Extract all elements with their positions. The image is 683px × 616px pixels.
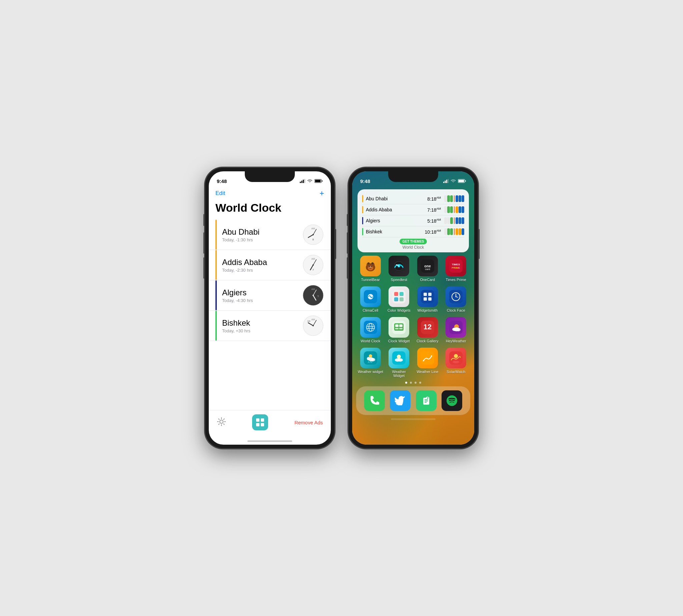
app-label-weatherline: Weather Line (417, 370, 438, 374)
widget-city-algiers: Algiers (366, 218, 427, 223)
phone2-frame: 9:48 (348, 167, 478, 449)
svg-rect-71 (428, 293, 431, 296)
status-icons (300, 179, 323, 183)
app-label-timesprime: Times Prime (446, 278, 466, 282)
svg-text:AM: AM (312, 288, 315, 290)
status-time: 9:48 (217, 178, 227, 184)
app-label-speedtest: Speedtest (390, 278, 407, 282)
widget-city-abu-dhabi: Abu Dhabi (366, 196, 427, 201)
svg-text:AM: AM (312, 227, 315, 230)
svg-text:TIMES: TIMES (452, 263, 460, 266)
svg-text:PRIME: PRIME (452, 266, 461, 269)
app-header: Edit + (209, 188, 331, 200)
clock-bishkek: AM 10 (302, 315, 324, 337)
app-icon-tunnelbear (360, 256, 381, 276)
app-label-weatherwidget1: Weather widget (358, 370, 383, 374)
widget-time-bishkek: 10:18AM (425, 229, 441, 235)
status-time-2: 9:48 (360, 178, 370, 184)
svg-text:8: 8 (313, 238, 314, 241)
world-clock-widget[interactable]: Abu Dhabi 8:18AM (358, 189, 469, 252)
svg-rect-36 (443, 182, 444, 183)
clock-abu-dhabi: AM 8 (302, 224, 324, 246)
edit-button[interactable]: Edit (215, 190, 225, 197)
app-heyweather[interactable]: HeyWeather (443, 317, 469, 343)
widget-time-algiers: 5:18AM (427, 218, 441, 224)
dock-icon-spotify (442, 390, 462, 411)
app-grid: TunnelBear Sp (352, 254, 474, 379)
signal-icon (300, 179, 305, 183)
status-icons-2 (443, 179, 466, 183)
app-speedtest[interactable]: Speedtest (386, 256, 412, 282)
svg-point-108 (398, 358, 403, 362)
app-climacell[interactable]: ClimaCell (358, 286, 384, 312)
app-timesprime[interactable]: TIMES PRIME Times Prime (443, 256, 469, 282)
app-solarwatch[interactable]: SolarWatch (443, 348, 469, 378)
svg-rect-0 (300, 182, 301, 183)
svg-rect-1 (301, 181, 302, 183)
svg-rect-65 (394, 292, 398, 296)
app-label-solarwatch: SolarWatch (447, 370, 465, 374)
app-clockwidget[interactable]: Clock Widget (386, 317, 412, 343)
svg-point-78 (455, 296, 456, 297)
add-button[interactable]: + (319, 189, 324, 197)
home-indicator (248, 440, 292, 442)
app-icon-weatherwidget1 (360, 348, 381, 368)
get-themes-button[interactable]: GET THEMES (400, 239, 427, 244)
app-label-clockwidget: Clock Widget (388, 339, 410, 343)
dock-twitter[interactable] (390, 390, 410, 411)
phone1-screen: 9:48 (209, 171, 331, 445)
widget-row-abu-dhabi: Abu Dhabi 8:18AM (362, 193, 464, 204)
svg-text:AM: AM (312, 318, 315, 321)
svg-text:5: 5 (318, 295, 319, 298)
svg-rect-3 (304, 179, 305, 183)
indicator-addis-ababa (362, 206, 363, 213)
app-label-colorwidgets: Color Widgets (387, 308, 410, 312)
bottom-bar: Remove Ads (209, 410, 331, 440)
clock-item-addis-ababa[interactable]: Addis Ababa Today, -2:30 hrs AM 7 (209, 250, 331, 280)
svg-rect-42 (458, 180, 464, 182)
settings-button[interactable] (217, 417, 226, 428)
svg-point-31 (220, 420, 223, 423)
app-weatherline[interactable]: Weather Line (414, 348, 441, 378)
svg-point-106 (397, 355, 401, 359)
app-tunnelbear[interactable]: TunnelBear (358, 256, 384, 282)
svg-rect-33 (261, 418, 264, 422)
indicator-abu-dhabi (362, 195, 363, 202)
clock-item-bishkek[interactable]: Bishkek Today, +30 hrs AM 10 (209, 311, 331, 341)
city-name-abu-dhabi: Abu Dhabi (222, 227, 259, 237)
app-onecard[interactable]: one card OneCard (414, 256, 441, 282)
svg-point-30 (313, 325, 314, 326)
svg-point-24 (313, 295, 314, 296)
app-widgetsmith[interactable]: Widgetsmith (414, 286, 441, 312)
widget-time-addis-ababa: 7:18AM (427, 207, 441, 213)
svg-rect-73 (428, 297, 431, 301)
clock-item-algiers[interactable]: Algiers Today, -4:30 hrs AM 5 (209, 280, 331, 311)
svg-point-101 (371, 358, 375, 361)
time-diff-algiers: Today, -4:30 hrs (222, 298, 253, 303)
clock-item-abu-dhabi[interactable]: Abu Dhabi Today, -1:30 hrs AM 8 (209, 220, 331, 250)
app-title: World Clock (209, 200, 331, 220)
dock-evernote[interactable] (416, 390, 436, 411)
app-icon-widgetsmith (417, 286, 438, 307)
dock-spotify[interactable] (442, 390, 462, 411)
dock-icon-phone (364, 390, 385, 411)
widget-icon-button[interactable] (252, 414, 268, 430)
svg-point-48 (371, 262, 373, 264)
remove-ads-button[interactable]: Remove Ads (295, 420, 323, 425)
app-clockface[interactable]: Clock Face (443, 286, 469, 312)
svg-rect-37 (445, 181, 446, 183)
widget-row-bishkek: Bishkek 10:18AM (362, 226, 464, 237)
app-colorwidgets[interactable]: Color Widgets (386, 286, 412, 312)
app-weatherwidget1[interactable]: Weather widget (358, 348, 384, 378)
svg-rect-72 (424, 297, 427, 301)
app-weatherwidget2[interactable]: Weather Widget (386, 348, 412, 378)
time-diff-bishkek: Today, +30 hrs (222, 328, 251, 333)
dock-phone[interactable] (364, 390, 385, 411)
app-icon-worldclock (360, 317, 381, 338)
widget-bar-algiers (444, 217, 464, 224)
app-worldclock[interactable]: World Clock (358, 317, 384, 343)
svg-point-47 (367, 262, 369, 264)
svg-point-110 (423, 360, 424, 361)
indicator-bishkek (362, 228, 363, 235)
app-clockgallery[interactable]: 12 Clock Gallery (414, 317, 441, 343)
